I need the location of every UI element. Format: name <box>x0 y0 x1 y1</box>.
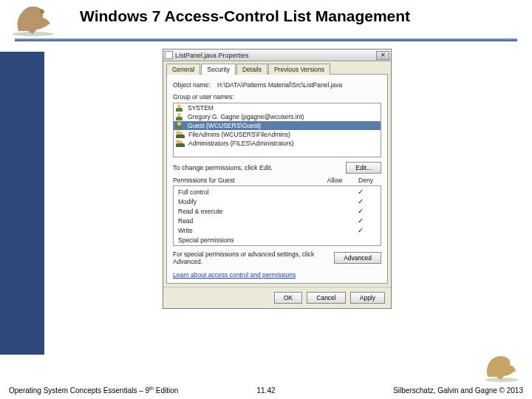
footer-copyright: Silberschatz, Galvin and Gagne © 2013 <box>393 386 523 395</box>
allow-cell <box>314 188 345 196</box>
allow-cell <box>314 216 345 225</box>
tab-security[interactable]: Security <box>201 64 236 75</box>
ok-button[interactable]: OK <box>274 292 302 304</box>
title-rule <box>15 38 517 41</box>
footer-left: Operating System Concepts Essentials – 9… <box>9 386 178 395</box>
document-icon <box>165 51 173 59</box>
dialog-titlebar: ListPanel.java Properties ✕ <box>163 50 391 61</box>
object-name-value: H:\DATA\Patterns Material\Src\ListPanel.… <box>217 81 342 89</box>
tab-strip: General Security Details Previous Versio… <box>163 61 391 75</box>
user-name: Administrators (FILES\Administrators) <box>188 140 294 147</box>
list-item[interactable]: SYSTEM <box>174 103 381 112</box>
tab-general[interactable]: General <box>166 64 200 75</box>
permission-row: Read & execute✓ <box>174 206 381 216</box>
perm-name: Read <box>178 217 314 225</box>
object-name-label: Object name: <box>173 81 211 89</box>
permissions-for-label: Permissions for Guest <box>173 177 319 184</box>
list-item[interactable]: Administrators (FILES\Administrators) <box>174 139 381 148</box>
dialog-button-row: OK Cancel Apply <box>163 287 391 308</box>
user-name: SYSTEM <box>188 104 214 112</box>
permissions-header: Permissions for Guest Allow Deny <box>173 177 381 184</box>
footer-page-number: 11.42 <box>256 386 275 395</box>
slide-footer: Operating System Concepts Essentials – 9… <box>0 386 532 395</box>
slide-title: Windows 7 Access-Control List Management <box>80 7 410 25</box>
tab-previous-versions[interactable]: Previous Versions <box>268 64 330 75</box>
permission-row: Full control✓ <box>174 187 381 197</box>
perm-name: Modify <box>178 198 314 205</box>
edit-button[interactable]: Edit... <box>346 162 381 174</box>
permissions-listbox: Full control✓ Modify✓ Read & execute✓ Re… <box>173 185 381 246</box>
perm-name: Write <box>178 227 314 234</box>
user-icon <box>176 113 185 120</box>
apply-button[interactable]: Apply <box>350 292 385 304</box>
properties-dialog: ListPanel.java Properties ✕ General Secu… <box>163 49 392 309</box>
permission-row: Write✓ <box>174 225 381 235</box>
deny-cell: ✓ <box>345 188 376 196</box>
advanced-text: For special permissions or advanced sett… <box>173 250 328 265</box>
group-users-label: Group or user names: <box>173 93 381 100</box>
deny-cell: ✓ <box>345 217 376 225</box>
list-item[interactable]: Gregory G. Gagne (pgagne@wcusers.int) <box>174 112 381 121</box>
deny-cell: ✓ <box>345 208 376 215</box>
perm-name: Full control <box>178 188 314 196</box>
sidebar-accent <box>0 52 44 355</box>
dinosaur-logo-right <box>480 352 523 383</box>
user-icon <box>176 122 185 129</box>
allow-cell <box>314 226 345 234</box>
perm-name: Special permissions <box>178 236 314 244</box>
permission-row: Read✓ <box>174 216 381 225</box>
dialog-title-text: ListPanel.java Properties <box>175 52 249 59</box>
learn-link[interactable]: Learn about access control and permissio… <box>173 271 296 279</box>
advanced-button[interactable]: Advanced <box>334 252 381 264</box>
change-permissions-text: To change permissions, click Edit. <box>173 164 273 171</box>
user-icon <box>176 104 185 112</box>
permission-row: Special permissions <box>174 235 381 245</box>
allow-cell <box>314 197 345 205</box>
user-name: FileAdmins (WCUSERS\FileAdmins) <box>188 131 290 138</box>
list-item-selected[interactable]: Guest (WCUSERS\Guest) <box>174 121 381 130</box>
group-icon <box>176 131 185 138</box>
deny-cell: ✓ <box>345 227 376 234</box>
users-listbox[interactable]: SYSTEM Gregory G. Gagne (pgagne@wcusers.… <box>173 103 381 157</box>
close-button[interactable]: ✕ <box>376 51 389 60</box>
tab-panel-security: Object name: H:\DATA\Patterns Material\S… <box>166 74 388 284</box>
dinosaur-logo-left <box>7 1 59 37</box>
allow-cell <box>314 236 345 244</box>
tab-details[interactable]: Details <box>236 64 267 75</box>
allow-column-header: Allow <box>319 177 350 184</box>
deny-cell <box>345 236 376 244</box>
footer-book-title: Operating System Concepts Essentials – 9 <box>9 386 149 395</box>
deny-cell: ✓ <box>345 198 376 205</box>
list-item[interactable]: FileAdmins (WCUSERS\FileAdmins) <box>174 130 381 139</box>
user-name: Gregory G. Gagne (pgagne@wcusers.int) <box>188 113 304 120</box>
permission-row: Modify✓ <box>174 197 381 206</box>
object-name-row: Object name: H:\DATA\Patterns Material\S… <box>173 81 381 89</box>
cancel-button[interactable]: Cancel <box>307 292 345 304</box>
group-icon <box>176 140 185 147</box>
allow-cell <box>314 207 345 215</box>
perm-name: Read & execute <box>178 208 314 215</box>
deny-column-header: Deny <box>350 177 381 184</box>
user-name: Guest (WCUSERS\Guest) <box>188 122 261 129</box>
footer-book-tail: Edition <box>154 386 178 395</box>
